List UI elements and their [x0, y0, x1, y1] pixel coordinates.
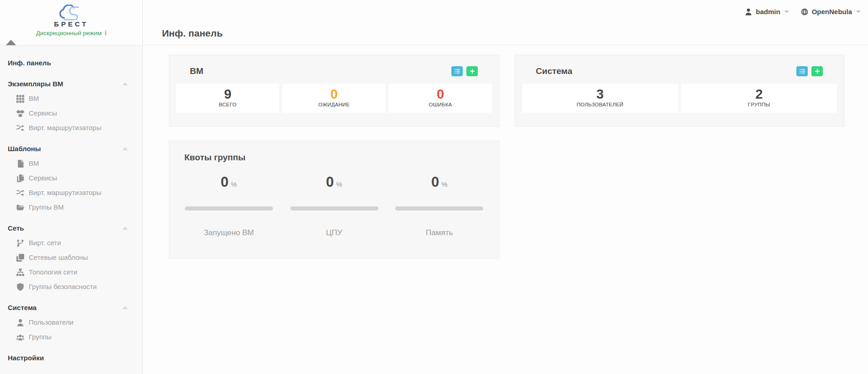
- quota-unit: %: [231, 180, 237, 188]
- grid-icon: [16, 95, 24, 103]
- stat-value: 0: [282, 87, 386, 101]
- user-name: badmin: [756, 8, 780, 16]
- topbar-right: badmin OpenNebula: [745, 8, 861, 16]
- sidebar-item-virtual-networks[interactable]: Вирт. сети: [0, 236, 142, 250]
- quota-unit: %: [441, 180, 447, 188]
- shuffle-icon: [16, 189, 24, 197]
- stat-label: ГРУППЫ: [681, 102, 837, 107]
- sidebar-item-users[interactable]: Пользователи: [0, 315, 142, 330]
- sidebar-menu: Инф. панель Экземпляры ВМ ВМ Сервисы Вир…: [0, 46, 142, 365]
- stat-label: ОШИБКА: [389, 102, 492, 107]
- quota-memory: 0% Память: [387, 174, 492, 237]
- sidebar-item-service-templates[interactable]: Сервисы: [0, 171, 142, 185]
- quota-label: Память: [387, 228, 492, 237]
- collapse-caret-icon: [122, 82, 128, 85]
- sidebar-item-vrouter-templates[interactable]: Вирт. маршрутизаторы: [0, 185, 142, 200]
- plus-icon: [815, 68, 820, 74]
- system-stat-users[interactable]: 3 ПОЛЬЗОВАТЕЛЕЙ: [522, 84, 678, 113]
- quota-value: 0: [431, 174, 439, 190]
- section-settings: Настройки: [0, 351, 142, 365]
- vm-stat-pending[interactable]: 0 ОЖИДАНИЕ: [282, 84, 386, 113]
- quota-unit: %: [336, 180, 342, 188]
- sidebar-item-settings[interactable]: Настройки: [0, 351, 142, 365]
- section-vm-instances: Экземпляры ВМ ВМ Сервисы Вирт. маршрутиз…: [0, 77, 142, 135]
- user-icon: [16, 319, 24, 327]
- vm-stat-error[interactable]: 0 ОШИБКА: [389, 84, 492, 113]
- quota-progressbar: [395, 206, 483, 211]
- dashboard-content: ВМ 9 ВСЕГО: [143, 45, 868, 259]
- plus-icon: [470, 68, 475, 74]
- section-header-system[interactable]: Система: [0, 300, 142, 315]
- sidebar-item-security-groups[interactable]: Группы безопасности: [0, 279, 142, 294]
- sidebar-item-network-templates[interactable]: Сетевые шаблоны: [0, 250, 142, 265]
- section-header-templates[interactable]: Шаблоны: [0, 142, 142, 156]
- brand-name: БРЕСТ: [0, 20, 142, 28]
- section-header-network[interactable]: Сеть: [0, 221, 142, 236]
- vm-widget-buttons: [451, 66, 478, 76]
- group-quotas-widget: Квоты группы 0% Запущено ВМ 0% ЦПУ 0%: [169, 141, 499, 259]
- zone-name: OpenNebula: [812, 8, 852, 16]
- system-list-button[interactable]: [796, 66, 808, 76]
- vm-widget: ВМ 9 ВСЕГО: [169, 55, 499, 127]
- stat-label: ПОЛЬЗОВАТЕЛЕЙ: [522, 102, 678, 107]
- sidebar-item-dashboard[interactable]: Инф. панель: [0, 56, 142, 70]
- copy-icon: [16, 174, 24, 182]
- caret-down-icon: [784, 11, 789, 13]
- system-widget-buttons: [796, 66, 823, 76]
- sidebar-item-vm-groups[interactable]: Группы ВМ: [0, 200, 142, 215]
- cloud-logo-icon: [58, 5, 84, 21]
- app-window: БРЕСТ Дискреционный режимi Инф. панель Э…: [0, 0, 868, 374]
- sidebar-collapse-arrow-icon[interactable]: [6, 40, 16, 45]
- brand-mode-label: Дискреционный режимi: [0, 30, 142, 37]
- user-menu[interactable]: badmin: [745, 8, 789, 16]
- globe-icon: [801, 8, 808, 16]
- list-icon: [455, 68, 460, 74]
- collapse-caret-icon: [122, 306, 128, 309]
- sidebar-item-virtual-routers[interactable]: Вирт. маршрутизаторы: [0, 121, 142, 135]
- file-icon: [16, 160, 24, 168]
- zone-menu[interactable]: OpenNebula: [801, 8, 861, 16]
- cubes-icon: [16, 110, 24, 117]
- quota-cpu: 0% ЦПУ: [282, 174, 387, 237]
- sidebar: БРЕСТ Дискреционный режимi Инф. панель Э…: [0, 0, 143, 374]
- system-create-button[interactable]: [811, 66, 823, 76]
- collapse-caret-icon: [122, 227, 128, 230]
- sidebar-item-groups[interactable]: Группы: [0, 330, 142, 344]
- group-quotas-row: 0% Запущено ВМ 0% ЦПУ 0% Память: [169, 174, 499, 237]
- users-icon: [16, 333, 24, 341]
- page-title: Инф. панель: [162, 28, 223, 39]
- sidebar-item-services[interactable]: Сервисы: [0, 106, 142, 121]
- stat-value: 0: [389, 87, 492, 101]
- vm-list-button[interactable]: [451, 66, 463, 76]
- quota-progressbar: [290, 206, 378, 211]
- quota-value: 0: [221, 174, 229, 190]
- system-widget-title: Система: [536, 66, 572, 76]
- system-stat-groups[interactable]: 2 ГРУППЫ: [681, 84, 837, 113]
- vm-stat-total[interactable]: 9 ВСЕГО: [176, 84, 279, 113]
- stat-label: ВСЕГО: [176, 102, 279, 107]
- cards-row: ВМ 9 ВСЕГО: [169, 55, 868, 127]
- stat-value: 9: [176, 87, 279, 101]
- stat-label: ОЖИДАНИЕ: [282, 102, 386, 107]
- branch-icon: [16, 239, 24, 247]
- topbar: Инф. панель badmin OpenNebula: [143, 0, 868, 45]
- system-widget-header: Система: [515, 55, 844, 76]
- main-area: Инф. панель badmin OpenNebula: [143, 0, 868, 374]
- sitemap-icon: [16, 269, 24, 276]
- stat-value: 2: [681, 87, 837, 101]
- section-header-vm-instances[interactable]: Экземпляры ВМ: [0, 77, 142, 91]
- user-icon: [745, 8, 752, 16]
- system-stats: 3 ПОЛЬЗОВАТЕЛЕЙ 2 ГРУППЫ: [515, 76, 844, 113]
- brand-area[interactable]: БРЕСТ Дискреционный режимi: [0, 0, 142, 46]
- vm-create-button[interactable]: [466, 66, 478, 76]
- clone-icon: [16, 254, 24, 262]
- sidebar-item-vm-templates[interactable]: ВМ: [0, 156, 142, 171]
- section-network: Сеть Вирт. сети Сетевые шаблоны Топологи…: [0, 221, 142, 294]
- quota-label: Запущено ВМ: [176, 228, 282, 237]
- sidebar-item-vms[interactable]: ВМ: [0, 91, 142, 106]
- section-dashboard: Инф. панель: [0, 56, 142, 70]
- info-icon[interactable]: i: [105, 30, 106, 37]
- stat-value: 3: [522, 87, 678, 101]
- sidebar-item-network-topology[interactable]: Топология сети: [0, 265, 142, 279]
- vm-stats: 9 ВСЕГО 0 ОЖИДАНИЕ 0 ОШИБКА: [169, 76, 499, 113]
